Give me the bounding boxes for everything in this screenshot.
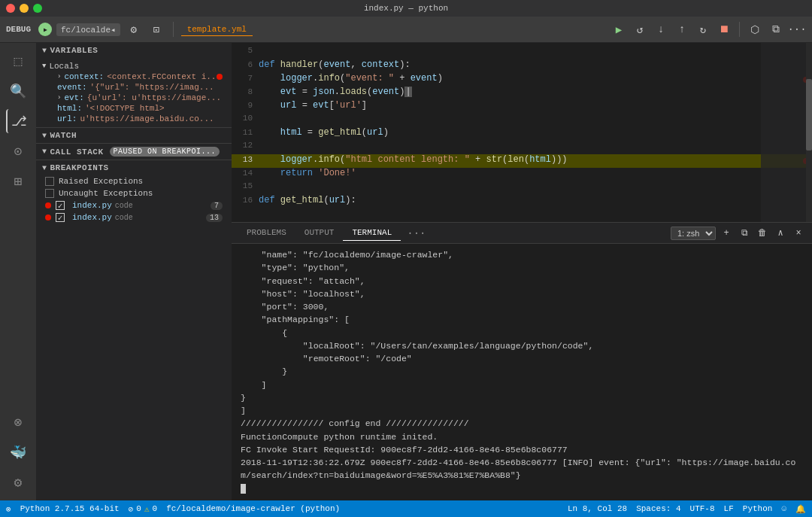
status-errors[interactable]: ⊘ 0 ⚠ 0 (129, 504, 157, 514)
split-terminal-icon[interactable]: ⧉ (737, 226, 752, 241)
bp-index-13[interactable]: ✓ index.py code 13 (36, 211, 232, 224)
tab-output[interactable]: OUTPUT (295, 225, 344, 241)
warning-count: 0 (153, 504, 158, 513)
var-url[interactable]: url: u'https://image.baidu.co... (42, 114, 226, 124)
step-over-icon[interactable]: ↺ (631, 20, 649, 38)
toolbar-sep2 (739, 22, 740, 37)
terminal-cursor (241, 484, 246, 494)
callstack-section: ▼ CALL STACK PAUSED ON BREAKPOI... (36, 143, 232, 160)
close-panel-icon[interactable]: × (791, 226, 806, 241)
terminal-line-1: "name": "fc/localdemo/image-crawler", (241, 248, 803, 261)
code-line-8: 8 evt = json.loads(event)| (232, 87, 812, 100)
open-config-icon[interactable]: ⊡ (147, 20, 165, 38)
var-html[interactable]: html: '<!DOCTYPE html> (42, 103, 226, 114)
bp-raised-checkbox[interactable] (45, 177, 54, 186)
kill-terminal-icon[interactable]: 🗑 (755, 226, 770, 241)
var-value-event: '{"url": "https://imag... (90, 83, 214, 92)
status-encoding[interactable]: UTF-8 (690, 504, 715, 513)
bp-check-7[interactable]: ✓ (56, 201, 65, 210)
split-editor-icon[interactable]: ⧉ (767, 20, 785, 38)
code-line-5: 5 (232, 46, 812, 59)
source-control-icon[interactable]: ⎇ (6, 109, 30, 133)
status-remote[interactable]: ⊗ (6, 504, 11, 514)
terminal-line-12: } (241, 391, 803, 404)
debug-label: DEBUG (6, 25, 31, 34)
panel-right-controls: 1: zsh + ⧉ 🗑 ∧ × (671, 226, 806, 241)
terminal-content[interactable]: "name": "fc/localdemo/image-crawler", "t… (232, 244, 812, 500)
close-button[interactable] (6, 4, 15, 13)
settings-icon[interactable]: ⚙ (125, 20, 143, 38)
panel-more-icon[interactable]: ··· (401, 224, 432, 242)
search-icon[interactable]: 🔍 (6, 79, 30, 103)
editor-scrollbar[interactable] (806, 43, 812, 222)
bp-raised-exceptions[interactable]: Raised Exceptions (36, 175, 232, 187)
locals-header[interactable]: ▼ Locals (42, 61, 226, 71)
status-python-version[interactable]: Python 2.7.15 64-bit (20, 504, 120, 513)
bp-uncaught-exceptions[interactable]: Uncaught Exceptions (36, 187, 232, 199)
terminal-panel: PROBLEMS OUTPUT TERMINAL ··· 1: zsh + ⧉ … (232, 222, 812, 500)
callstack-header[interactable]: ▼ CALL STACK PAUSED ON BREAKPOI... (36, 144, 232, 160)
extensions-icon[interactable]: ⊞ (6, 169, 30, 193)
bp-count-13: 13 (206, 214, 223, 222)
breakpoints-header[interactable]: ▼ BREAKPOINTS (36, 160, 232, 175)
terminal-line-2: "type": "python", (241, 261, 803, 274)
var-event[interactable]: event: '{"url": "https://imag... (42, 82, 226, 93)
stop-icon[interactable]: ⏹ (715, 20, 733, 38)
watch-label: WATCH (50, 131, 77, 140)
shell-selector[interactable]: 1: zsh (671, 227, 716, 240)
var-name-evt: evt: (64, 93, 83, 102)
step-out-icon[interactable]: ↑ (673, 20, 691, 38)
bp-check-13[interactable]: ✓ (56, 213, 65, 222)
step-into-icon[interactable]: ↓ (652, 20, 670, 38)
minimap (761, 43, 806, 222)
tab-problems[interactable]: PROBLEMS (238, 225, 295, 241)
new-terminal-icon[interactable]: + (719, 226, 734, 241)
var-evt[interactable]: › evt: {u'url': u'https://image... (42, 93, 226, 103)
editor-area: 5 6 def handler(event, context): 7 logge… (232, 43, 812, 500)
breakpoints-arrow: ▼ (42, 164, 47, 172)
bp-dot-7 (45, 202, 51, 208)
remote-icon[interactable]: ⊗ (6, 410, 30, 434)
debug-icon[interactable]: ⊙ (6, 139, 30, 163)
bp-uncaught-checkbox[interactable] (45, 189, 54, 198)
terminal-line-15: FunctionCompute python runtime inited. (241, 430, 803, 443)
template-tab[interactable]: template.yml (181, 23, 253, 36)
status-branch[interactable]: fc/localdemo/image-crawler (python) (166, 504, 340, 513)
var-context[interactable]: › context: <context.FCContext i... (42, 71, 226, 82)
settings-icon[interactable]: ⚙ (6, 470, 30, 494)
status-smiley[interactable]: ☺ (781, 504, 786, 513)
var-name-url: url: (57, 114, 77, 123)
status-spaces[interactable]: Spaces: 4 (636, 504, 680, 513)
continue-icon[interactable]: ▶ (610, 20, 628, 38)
terminal-line-14: //////////////// config end ////////////… (241, 417, 803, 430)
bp-file-7: index.py (72, 201, 112, 210)
watch-header[interactable]: ▼ WATCH (36, 128, 232, 143)
title-bar: index.py — python (0, 0, 812, 17)
tab-terminal[interactable]: TERMINAL (343, 225, 401, 241)
bp-index-7[interactable]: ✓ index.py code 7 (36, 199, 232, 211)
terminal-line-6: "pathMappings": [ (241, 313, 803, 326)
restart-icon[interactable]: ↻ (694, 20, 712, 38)
breakpoints-section: ▼ BREAKPOINTS Raised Exceptions Uncaught… (36, 160, 232, 500)
watch-arrow: ▼ (42, 132, 47, 140)
window-title: index.py — python (364, 4, 448, 13)
status-line-ending[interactable]: LF (724, 504, 734, 513)
terminal-line-11: ] (241, 379, 803, 391)
status-language[interactable]: Python (743, 504, 773, 513)
status-bell[interactable]: 🔔 (795, 504, 806, 514)
debug-config[interactable]: fc/localde◂ (56, 23, 120, 36)
more-actions-icon[interactable]: ··· (788, 20, 806, 38)
collapse-panel-icon[interactable]: ∧ (773, 226, 788, 241)
status-position[interactable]: Ln 8, Col 28 (568, 504, 627, 513)
scrollbar-thumb[interactable] (806, 79, 812, 151)
maximize-button[interactable] (33, 4, 42, 13)
explorer-icon[interactable]: ⬚ (6, 49, 30, 73)
minimize-button[interactable] (20, 4, 29, 13)
code-editor[interactable]: 5 6 def handler(event, context): 7 logge… (232, 43, 812, 222)
bp-uncaught-label: Uncaught Exceptions (59, 189, 153, 198)
bp-count-7: 7 (211, 202, 223, 210)
continue-button[interactable] (38, 23, 52, 36)
variables-header[interactable]: ▼ VARIABLES (36, 43, 232, 58)
docker-icon[interactable]: 🐳 (6, 440, 30, 464)
debug-home-icon[interactable]: ⬡ (746, 20, 764, 38)
